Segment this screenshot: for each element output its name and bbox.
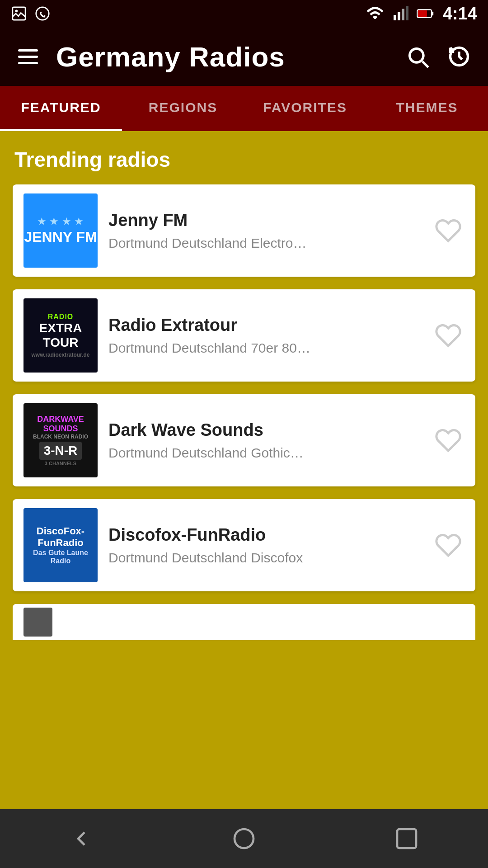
svg-point-2 [36,7,49,20]
radio-name-discofox: Discofox-FunRadio [108,525,421,545]
radio-logo-darkwave: DARKWAVE SOUNDS BLACK NEON RADIO 3-N-R 3… [23,403,98,477]
gallery-icon [11,5,27,22]
svg-line-11 [422,61,428,67]
svg-point-13 [235,829,253,848]
history-button[interactable] [445,42,474,71]
radio-logo-extratour: RADIO EXTRA TOUR www.radioextratour.de [23,298,98,373]
radio-card-partial [13,604,475,640]
svg-rect-8 [432,12,433,16]
status-bar-right: 4:14 [366,4,477,24]
favorite-button-jenny-fm[interactable] [432,214,465,247]
tab-favorites[interactable]: FAVORITES [244,86,366,131]
svg-rect-0 [13,7,25,20]
signal-icon [392,5,408,22]
radio-name-extratour: Radio Extratour [108,316,421,335]
radio-card-extratour[interactable]: RADIO EXTRA TOUR www.radioextratour.de R… [13,289,475,382]
radio-info-extratour: Radio Extratour Dortmund Deutschland 70e… [108,316,421,356]
tab-themes[interactable]: THEMES [366,86,488,131]
partial-logo [23,608,52,637]
svg-rect-9 [418,10,427,17]
clock: 4:14 [443,4,477,24]
svg-rect-14 [397,829,416,848]
radio-card-darkwave[interactable]: DARKWAVE SOUNDS BLACK NEON RADIO 3-N-R 3… [13,394,475,486]
radio-card-discofox[interactable]: DiscoFox- FunRadio Das Gute Laune Radio … [13,499,475,591]
status-bar-left [11,5,51,22]
radio-desc-darkwave: Dortmund Deutschland Gothic… [108,445,421,461]
radio-info-jenny-fm: Jenny FM Dortmund Deutschland Electro… [108,211,421,251]
svg-rect-6 [406,6,408,21]
favorite-button-extratour[interactable] [432,319,465,352]
home-button[interactable] [226,821,262,857]
radio-desc-jenny-fm: Dortmund Deutschland Electro… [108,236,421,251]
favorite-button-darkwave[interactable] [432,424,465,457]
section-header: Trending radios [0,131,488,184]
radio-name-jenny-fm: Jenny FM [108,211,421,230]
radio-logo-discofox: DiscoFox- FunRadio Das Gute Laune Radio [23,508,98,582]
header-actions [403,42,474,71]
section-title: Trending radios [14,147,474,172]
recents-button[interactable] [389,821,425,857]
radio-logo-jenny-fm: ★ ★ ★ ★ JENNY FM [23,193,98,268]
tab-bar: FEATURED REGIONS FAVORITES THEMES [0,86,488,131]
svg-rect-4 [398,12,400,20]
page-title: Germany Radios [56,41,389,73]
radio-info-darkwave: Dark Wave Sounds Dortmund Deutschland Go… [108,420,421,461]
svg-rect-5 [402,9,404,21]
radio-list: ★ ★ ★ ★ JENNY FM Jenny FM Dortmund Deuts… [0,184,488,809]
radio-info-discofox: Discofox-FunRadio Dortmund Deutschland D… [108,525,421,566]
status-bar: 4:14 [0,0,488,27]
app-header: Germany Radios [0,27,488,86]
radio-desc-extratour: Dortmund Deutschland 70er 80… [108,340,421,356]
svg-point-1 [15,10,18,13]
wifi-icon [366,5,384,23]
svg-point-10 [410,49,423,62]
radio-card-jenny-fm[interactable]: ★ ★ ★ ★ JENNY FM Jenny FM Dortmund Deuts… [13,184,475,277]
search-button[interactable] [403,42,432,71]
radio-desc-discofox: Dortmund Deutschland Discofox [108,550,421,566]
tab-featured[interactable]: FEATURED [0,86,122,131]
svg-rect-3 [394,15,396,20]
phone-icon [34,5,51,22]
battery-icon [417,5,435,22]
menu-button[interactable] [14,46,42,68]
bottom-nav [0,809,488,868]
tab-regions[interactable]: REGIONS [122,86,244,131]
back-button[interactable] [63,821,99,857]
radio-name-darkwave: Dark Wave Sounds [108,420,421,440]
favorite-button-discofox[interactable] [432,529,465,561]
